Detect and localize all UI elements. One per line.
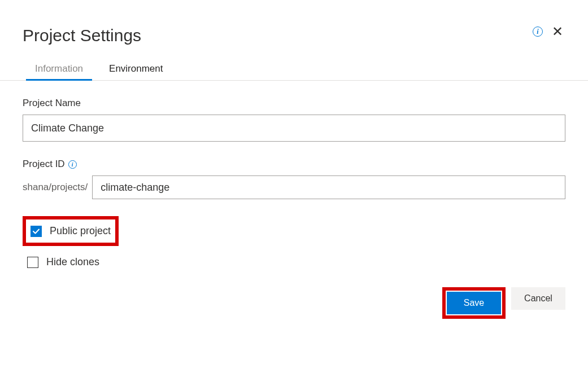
public-project-checkbox[interactable]	[31, 226, 42, 237]
hide-clones-label: Hide clones	[46, 256, 99, 268]
project-id-input[interactable]	[92, 175, 565, 199]
info-icon[interactable]: i	[68, 160, 77, 169]
dialog-content: Project Name Project ID i shana/projects…	[0, 81, 588, 274]
tab-environment[interactable]: Environment	[108, 60, 164, 80]
project-settings-dialog: Project Settings i ✕ Information Environ…	[0, 0, 588, 335]
public-project-row: Public project	[23, 216, 119, 246]
dialog-title: Project Settings	[23, 26, 141, 45]
tab-information[interactable]: Information	[34, 60, 84, 80]
project-id-prefix: shana/projects/	[23, 182, 88, 193]
dialog-header: Project Settings i ✕	[0, 0, 588, 45]
save-button[interactable]: Save	[447, 292, 501, 314]
project-id-label: Project ID i	[23, 159, 565, 170]
checkbox-group: Public project Hide clones	[23, 216, 565, 274]
project-name-input[interactable]	[23, 115, 565, 142]
cancel-button[interactable]: Cancel	[511, 287, 565, 310]
project-id-label-text: Project ID	[23, 159, 65, 170]
hide-clones-row: Hide clones	[23, 251, 104, 274]
public-project-label: Public project	[50, 225, 111, 237]
close-icon[interactable]: ✕	[550, 24, 565, 39]
project-name-label: Project Name	[23, 98, 565, 109]
hide-clones-checkbox[interactable]	[27, 257, 38, 268]
header-actions: i ✕	[533, 24, 565, 39]
tabs: Information Environment	[0, 45, 588, 81]
info-icon[interactable]: i	[533, 27, 543, 37]
save-button-highlight: Save	[442, 287, 506, 319]
dialog-footer: Save Cancel	[0, 274, 588, 335]
project-id-row: shana/projects/	[23, 175, 565, 199]
